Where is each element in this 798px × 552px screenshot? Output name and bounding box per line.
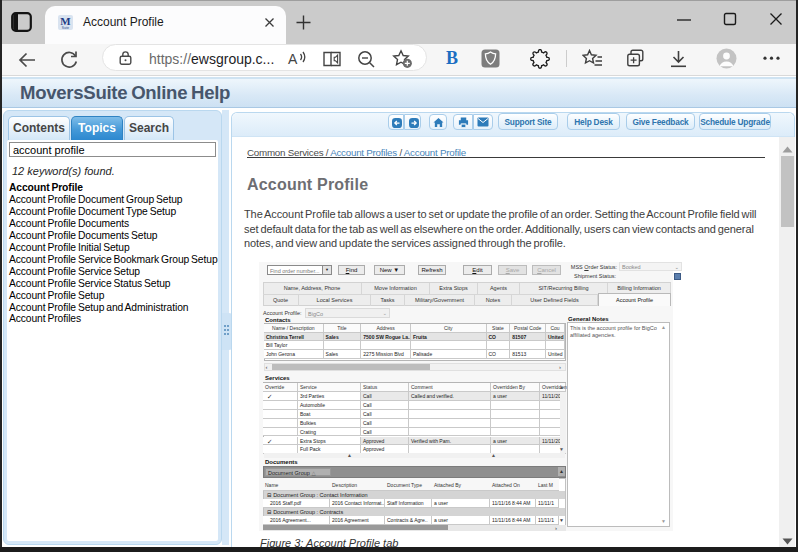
- svg-text:A: A: [288, 51, 298, 67]
